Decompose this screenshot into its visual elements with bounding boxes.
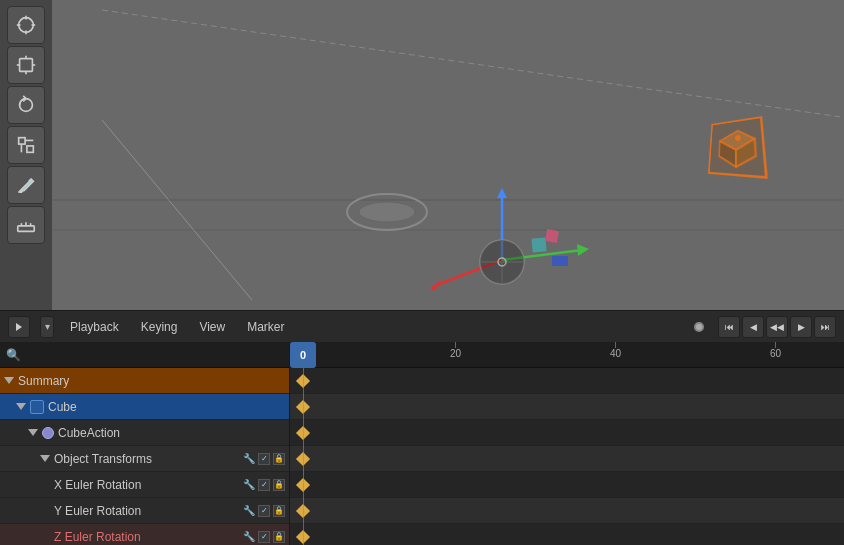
kf-row-euler-x [290, 472, 844, 498]
svg-point-34 [480, 240, 524, 284]
svg-rect-5 [20, 59, 33, 72]
search-bar[interactable]: 🔍 [0, 342, 289, 368]
jump-start-btn[interactable]: ⏮ [718, 316, 740, 338]
svg-rect-17 [18, 226, 35, 232]
svg-marker-45 [16, 323, 22, 331]
check-icon-z[interactable]: ✓ [258, 531, 270, 543]
kf-row-euler-z [290, 524, 844, 545]
svg-rect-31 [531, 237, 546, 252]
channel-label-euler-z: Z Euler Rotation [54, 530, 141, 544]
cube-object[interactable] [708, 116, 768, 179]
channel-row-summary[interactable]: Summary [0, 368, 289, 394]
expand-icon-transforms [40, 455, 50, 462]
wrench-icon-z: 🔧 [243, 531, 255, 542]
rotate-tool-btn[interactable] [7, 86, 45, 124]
keying-menu[interactable]: Keying [135, 318, 184, 336]
kf-row-transforms [290, 446, 844, 472]
wrench-icon: 🔧 [243, 453, 255, 464]
channel-row-cube-action[interactable]: CubeAction [0, 420, 289, 446]
channel-label-cube: Cube [48, 400, 77, 414]
expand-icon-summary [4, 377, 14, 384]
svg-line-21 [102, 10, 844, 120]
kf-row-cube [290, 394, 844, 420]
jump-end-btn[interactable]: ⏭ [814, 316, 836, 338]
frame-dot [694, 322, 704, 332]
wrench-icon-y: 🔧 [243, 505, 255, 516]
play-btn[interactable]: ▶ [790, 316, 812, 338]
search-icon: 🔍 [6, 348, 21, 362]
playback-controls: ⏮ ◀ ◀◀ ▶ ⏭ [718, 316, 836, 338]
action-icon [42, 427, 54, 439]
ruler-mark-60: 60 [770, 342, 781, 359]
kf-row-summary [290, 368, 844, 394]
svg-rect-33 [552, 256, 568, 266]
channel-list: 🔍 Summary Cube CubeAction Object Transfo… [0, 342, 290, 545]
ruler-mark-40: 40 [610, 342, 621, 359]
channel-row-cube[interactable]: Cube [0, 394, 289, 420]
scene-area [52, 0, 844, 310]
ruler-mark-20: 20 [450, 342, 461, 359]
timeline-body: 🔍 Summary Cube CubeAction Object Transfo… [0, 342, 844, 545]
lock-icon-transforms[interactable]: 🔒 [273, 453, 285, 465]
annotate-tool-btn[interactable] [7, 166, 45, 204]
kf-row-action [290, 420, 844, 446]
view-menu[interactable]: View [193, 318, 231, 336]
lock-icon-x[interactable]: 🔒 [273, 479, 285, 491]
timeline-nav-btn[interactable] [8, 316, 30, 338]
wrench-icon-x: 🔧 [243, 479, 255, 490]
svg-marker-28 [577, 244, 589, 256]
svg-rect-32 [545, 229, 559, 243]
play-reverse-btn[interactable]: ◀◀ [766, 316, 788, 338]
ellipse-object [342, 190, 432, 235]
svg-point-38 [498, 258, 506, 266]
channel-label-euler-x: X Euler Rotation [54, 478, 141, 492]
keyframe-area[interactable]: 0 20 40 60 [290, 342, 844, 545]
svg-line-27 [502, 250, 582, 260]
expand-icon-cube [16, 403, 26, 410]
svg-marker-30 [430, 280, 441, 291]
prev-frame-btn[interactable]: ◀ [742, 316, 764, 338]
viewport [0, 0, 844, 310]
kf-row-euler-y [290, 498, 844, 524]
svg-marker-26 [497, 188, 507, 198]
measure-tool-btn[interactable] [7, 206, 45, 244]
svg-point-0 [19, 18, 34, 33]
frame-line [303, 368, 304, 545]
playback-menu[interactable]: Playback [64, 318, 125, 336]
channel-row-euler-x[interactable]: X Euler Rotation 🔧 ✓ 🔒 [0, 472, 289, 498]
channel-row-euler-y[interactable]: Y Euler Rotation 🔧 ✓ 🔒 [0, 498, 289, 524]
timeline-dropdown-btn[interactable]: ▾ [40, 316, 54, 338]
lock-icon-y[interactable]: 🔒 [273, 505, 285, 517]
timeline-header: ▾ Playback Keying View Marker ⏮ ◀ ◀◀ ▶ ⏭ [0, 310, 844, 342]
channel-label-euler-y: Y Euler Rotation [54, 504, 141, 518]
svg-rect-11 [19, 138, 25, 144]
channel-label-transforms: Object Transforms [54, 452, 152, 466]
cube-icon [30, 400, 44, 414]
channel-label-action: CubeAction [58, 426, 120, 440]
svg-point-40 [359, 202, 415, 222]
check-icon-x[interactable]: ✓ [258, 479, 270, 491]
expand-icon-action [28, 429, 38, 436]
check-icon-transforms[interactable]: ✓ [258, 453, 270, 465]
frame-ruler: 0 20 40 60 [290, 342, 844, 368]
left-toolbar [0, 0, 52, 310]
marker-menu[interactable]: Marker [241, 318, 290, 336]
check-icon-y[interactable]: ✓ [258, 505, 270, 517]
move-tool-btn[interactable] [7, 46, 45, 84]
scale-tool-btn[interactable] [7, 126, 45, 164]
channel-row-euler-z[interactable]: Z Euler Rotation 🔧 ✓ 🔒 [0, 524, 289, 545]
search-input[interactable] [25, 349, 283, 361]
channel-row-obj-transforms[interactable]: Object Transforms 🔧 ✓ 🔒 [0, 446, 289, 472]
cursor-tool-btn[interactable] [7, 6, 45, 44]
current-frame-marker: 0 [290, 342, 316, 368]
svg-point-35 [480, 240, 524, 284]
svg-rect-12 [27, 146, 33, 152]
lock-icon-z[interactable]: 🔒 [273, 531, 285, 543]
svg-line-22 [102, 120, 252, 300]
svg-line-29 [437, 260, 502, 285]
channel-label-summary: Summary [18, 374, 69, 388]
